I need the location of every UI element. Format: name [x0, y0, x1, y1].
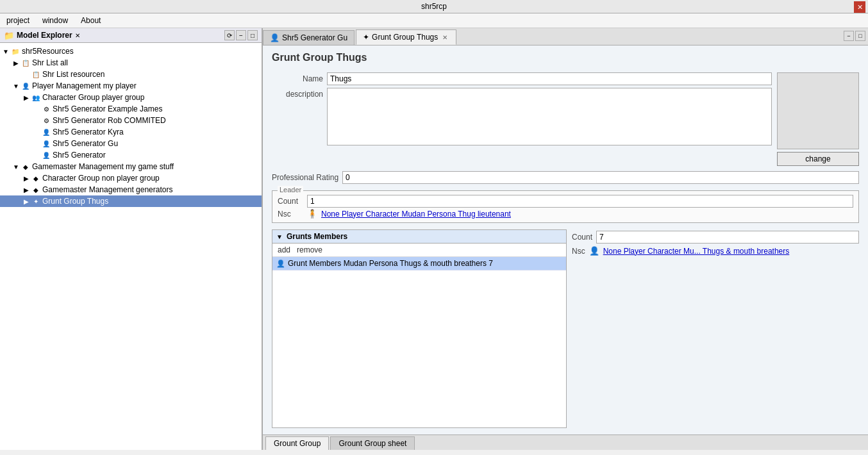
tree-icon-cgnplayer: ◆ — [31, 173, 41, 183]
explorer-maximize-button[interactable]: □ — [247, 30, 258, 40]
tree-icon-shr5gen-rob: ⚙ — [41, 115, 51, 126]
tree-item-shrlistall[interactable]: ▶ 📋 Shr List all — [0, 57, 262, 69]
leader-nsc-label: Nsc — [278, 210, 303, 219]
title-bar: shr5rcp ✕ — [0, 0, 868, 13]
grunts-add-button[interactable]: add — [278, 245, 290, 254]
page-title: Grunt Group Thugs — [272, 52, 859, 63]
explorer-tab-close-icon[interactable]: ✕ — [75, 32, 80, 39]
model-tree: ▼ 📁 shr5Resources ▶ 📋 Shr List all 📋 Shr… — [0, 43, 262, 450]
tree-item-shr5gen-gu[interactable]: 👤 Shr5 Generator Gu — [0, 138, 262, 149]
description-label: description — [272, 88, 323, 99]
grunts-panel: ▼ Grunts Members add remove 👤 Grunt Memb… — [272, 229, 567, 428]
tree-arrow-shrlistall[interactable]: ▶ — [12, 60, 21, 67]
leader-nsc-link[interactable]: None Player Character Mudan Persona Thug… — [321, 210, 511, 219]
menu-project[interactable]: project — [3, 15, 33, 26]
tree-arrow-shr5resources[interactable]: ▼ — [1, 48, 10, 55]
explorer-minimize-button[interactable]: − — [236, 30, 246, 40]
description-textarea[interactable] — [327, 88, 772, 145]
grunts-count-label: Count — [572, 233, 592, 242]
explorer-title-area: 📁 Model Explorer ✕ — [4, 31, 80, 40]
grunt-item-label: Grunt Members Mudan Persona Thugs & mout… — [288, 259, 493, 268]
tab-gruntgroup-icon: ✦ — [363, 33, 369, 42]
tree-arrow-playermgmt[interactable]: ▼ — [12, 83, 21, 90]
window-close-button[interactable]: ✕ — [854, 1, 865, 13]
tree-icon-shrlistall: 📋 — [21, 58, 31, 68]
tree-arrow-gmgen[interactable]: ▶ — [22, 186, 31, 194]
leader-section-title: Leader — [278, 186, 303, 194]
tree-item-shr5resources[interactable]: ▼ 📁 shr5Resources — [0, 46, 262, 57]
tabbar-maximize-button[interactable]: □ — [855, 31, 865, 41]
leader-count-input[interactable] — [307, 195, 853, 208]
grunts-count-input[interactable] — [596, 231, 859, 244]
tree-icon-gmgen: ◆ — [31, 185, 41, 195]
tree-item-gruntgroup[interactable]: ▶ ✦ Grunt Group Thugs — [0, 195, 262, 207]
grunts-nsc-link[interactable]: None Player Character Mu... Thugs & mout… — [603, 247, 790, 256]
grunts-count-row: Count — [572, 231, 859, 244]
tree-label-gruntgroup: Grunt Group Thugs — [42, 197, 108, 206]
left-panel: 📁 Model Explorer ✕ ⟳ − □ ▼ 📁 shr5Resourc… — [0, 28, 263, 450]
tree-label-gmgen: Gamemaster Management generators — [42, 185, 172, 194]
explorer-title: Model Explorer — [17, 31, 72, 40]
tree-label-gmmgmt: Gamemaster Management my game stuff — [32, 162, 174, 171]
tree-item-cgplayer[interactable]: ▶ 👥 Character Group player group — [0, 92, 262, 103]
tree-icon-playermgmt: 👤 — [21, 81, 31, 91]
leader-nsc-row: Nsc 🧍 None Player Character Mudan Person… — [278, 209, 853, 219]
name-label: Name — [272, 74, 323, 83]
tree-item-shr5gen-kyra[interactable]: 👤 Shr5 Generator Kyra — [0, 126, 262, 138]
tree-label-shr5gen-rob: Shr5 Generator Rob COMMITED — [53, 116, 166, 125]
tree-label-cgnplayer: Character Group non player group — [42, 174, 160, 183]
tab-bar-controls: − □ — [844, 31, 865, 41]
grunts-header: ▼ Grunts Members — [272, 230, 566, 244]
tree-arrow-gmmgmt[interactable]: ▼ — [12, 163, 21, 170]
bottom-tab-grount-group[interactable]: Grount Group — [265, 436, 329, 450]
bottom-tab-grount-group-sheet[interactable]: Grount Group sheet — [330, 436, 415, 450]
grunt-item[interactable]: 👤 Grunt Members Mudan Persona Thugs & mo… — [272, 257, 566, 270]
name-input[interactable] — [327, 72, 772, 85]
grunts-title: Grunts Members — [287, 232, 347, 241]
tree-label-shr5gen-kyra: Shr5 Generator Kyra — [53, 128, 124, 136]
tree-icon-shr5gen-kyra: 👤 — [41, 127, 51, 137]
explorer-refresh-button[interactable]: ⟳ — [224, 30, 235, 40]
tabbar-minimize-button[interactable]: − — [844, 31, 854, 41]
tree-icon-shr5gen-james: ⚙ — [41, 104, 51, 114]
grunt-item-icon: 👤 — [276, 260, 285, 268]
leader-count-label: Count — [278, 197, 303, 206]
tab-gruntgroup[interactable]: ✦ Grunt Group Thugs ✕ — [356, 29, 456, 45]
bottom-tabs: Grount Group Grount Group sheet — [263, 434, 868, 450]
image-placeholder — [777, 72, 859, 149]
tree-item-playermgmt[interactable]: ▼ 👤 Player Management my player — [0, 80, 262, 92]
tree-item-shr5gen-james[interactable]: ⚙ Shr5 Generator Example James — [0, 103, 262, 115]
main-layout: 📁 Model Explorer ✕ ⟳ − □ ▼ 📁 shr5Resourc… — [0, 28, 868, 450]
tree-arrow-cgplayer[interactable]: ▶ — [22, 94, 31, 101]
tab-gruntgroup-close[interactable]: ✕ — [440, 33, 449, 42]
tree-item-gmgen[interactable]: ▶ ◆ Gamemaster Management generators — [0, 184, 262, 195]
tree-item-shrlistresourcen[interactable]: 📋 Shr List resourcen — [0, 69, 262, 80]
tree-item-cgnplayer[interactable]: ▶ ◆ Character Group non player group — [0, 172, 262, 184]
grunts-collapse-arrow[interactable]: ▼ — [276, 233, 283, 240]
tree-icon-shr5gen-gu: 👤 — [41, 138, 51, 149]
explorer-folder-icon: 📁 — [4, 31, 14, 40]
change-image-button[interactable]: change — [777, 152, 859, 166]
tab-shr5gen[interactable]: 👤 Shr5 Generator Gu — [263, 30, 355, 45]
grunts-remove-button[interactable]: remove — [297, 245, 322, 254]
tree-icon-gruntgroup: ✦ — [31, 196, 41, 206]
tree-arrow-gruntgroup[interactable]: ▶ — [22, 198, 31, 205]
top-form: Name description change — [272, 72, 859, 166]
menu-window[interactable]: window — [38, 15, 72, 26]
name-row: Name — [272, 72, 772, 85]
top-form-left: Name description — [272, 72, 772, 145]
tree-label-playermgmt: Player Management my player — [32, 81, 137, 90]
right-count-area: Count Nsc 👤 None Player Character Mu... … — [572, 229, 859, 428]
tree-item-shr5gen[interactable]: 👤 Shr5 Generator — [0, 149, 262, 161]
tab-gruntgroup-label: Grunt Group Thugs — [372, 33, 438, 42]
menu-bar: project window About — [0, 13, 868, 28]
tree-item-gmmgmt[interactable]: ▼ ◆ Gamemaster Management my game stuff — [0, 161, 262, 172]
tree-arrow-cgnplayer[interactable]: ▶ — [22, 175, 31, 182]
professional-rating-row: Professional Rating — [272, 171, 859, 184]
tree-item-shr5gen-rob[interactable]: ⚙ Shr5 Generator Rob COMMITED — [0, 115, 262, 126]
menu-about[interactable]: About — [77, 15, 104, 26]
grunts-nsc-label: Nsc — [572, 247, 585, 256]
tab-bar: 👤 Shr5 Generator Gu ✦ Grunt Group Thugs … — [263, 28, 868, 46]
tree-label-shr5resources: shr5Resources — [22, 47, 74, 56]
professional-rating-input[interactable] — [342, 171, 859, 184]
